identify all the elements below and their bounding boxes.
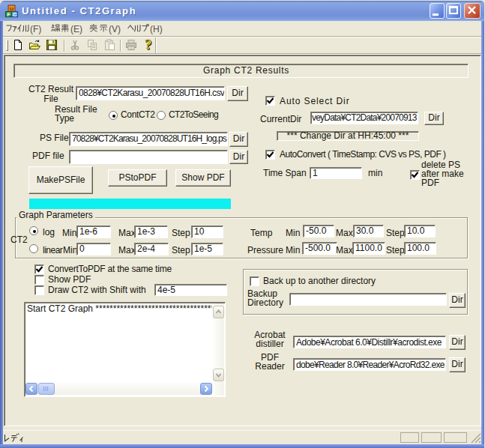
svg-text:C: C: [13, 12, 16, 17]
svg-text:?: ?: [145, 39, 152, 51]
svg-text:(E): (E): [70, 24, 82, 34]
svg-text:(V): (V): [109, 24, 121, 34]
svg-text:M: M: [10, 7, 14, 12]
svg-text:F: F: [7, 12, 10, 17]
svg-text:(F): (F): [30, 24, 41, 34]
svg-text:(H): (H): [150, 24, 163, 34]
